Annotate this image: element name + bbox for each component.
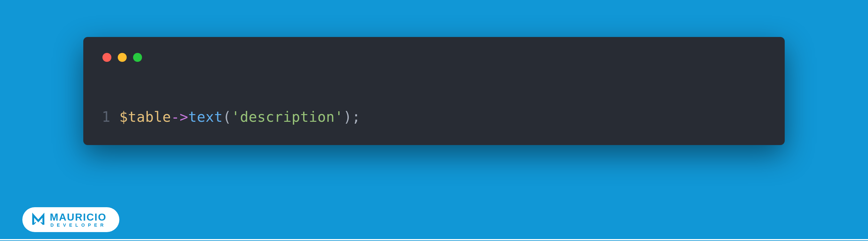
badge-subtitle: DEVELOPER (51, 223, 106, 227)
token-string: 'description' (231, 109, 343, 125)
token-variable: $table (119, 109, 171, 125)
close-icon[interactable] (102, 53, 112, 62)
window-traffic-lights (102, 53, 142, 62)
token-close-paren: ) (343, 109, 352, 125)
badge-title: MAURICIO (50, 212, 106, 222)
token-function: text (188, 109, 223, 125)
token-arrow: -> (171, 109, 188, 125)
minimize-icon[interactable] (118, 53, 127, 62)
code-line: 1$table->text('description'); (102, 109, 361, 125)
logo-icon (31, 213, 45, 227)
code-editor-window: 1$table->text('description'); (83, 37, 785, 145)
line-number: 1 (102, 109, 111, 125)
token-semicolon: ; (352, 109, 361, 125)
bottom-divider (0, 239, 868, 240)
token-open-paren: ( (223, 109, 231, 125)
maximize-icon[interactable] (133, 53, 142, 62)
author-badge: MAURICIO DEVELOPER (22, 207, 119, 232)
